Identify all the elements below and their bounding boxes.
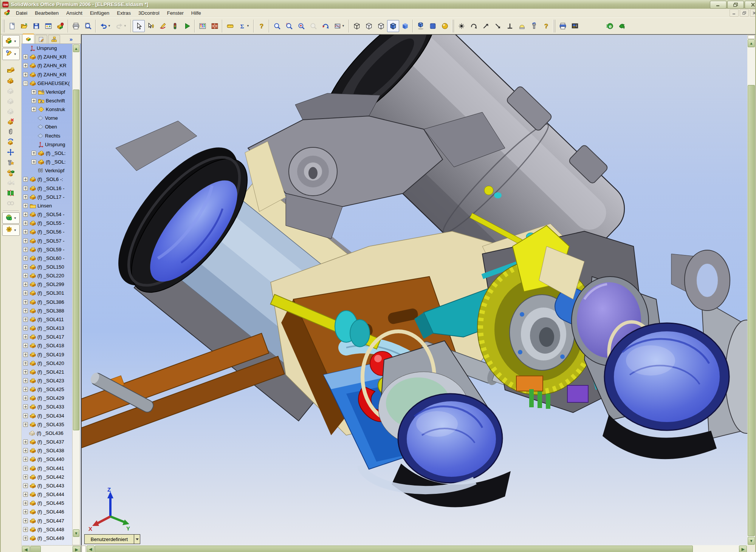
tree-expander-collapsed[interactable]: [23, 282, 28, 287]
tree-item[interactable]: Vorne: [22, 114, 72, 122]
tree-expander-collapsed[interactable]: [23, 291, 28, 295]
tree-expander-collapsed[interactable]: [23, 536, 28, 541]
tree-item[interactable]: (f) _SOL57 -: [22, 236, 72, 245]
mate-button[interactable]: [2, 127, 19, 138]
tree-item[interactable]: (f) _SOL299: [22, 280, 72, 289]
restore-button[interactable]: [727, 1, 744, 9]
tree-item[interactable]: Linsen: [22, 201, 72, 210]
smart-fasteners-button[interactable]: [2, 158, 19, 168]
shaded-button[interactable]: [399, 20, 411, 32]
tree-item[interactable]: (f) _SOL301: [22, 289, 72, 297]
tree-item[interactable]: (f) _SOL429: [22, 394, 72, 402]
tree-item[interactable]: (f) _SOL449: [22, 534, 72, 543]
tree-vertical-scrollbar[interactable]: ▲ ▼: [72, 44, 80, 545]
title-bar[interactable]: SW SolidWorks Office Premium 2006 - [ELP…: [1, 0, 755, 9]
mate-perpendicular-button[interactable]: [504, 20, 516, 32]
tree-expander-collapsed[interactable]: [23, 483, 28, 488]
move-arrow-ne-button[interactable]: [480, 20, 492, 32]
measure-button[interactable]: [224, 20, 236, 32]
tree-item[interactable]: Ursprung: [22, 140, 72, 149]
insert-component-button[interactable]: [2, 66, 19, 76]
apply-appearance-button[interactable]: [427, 20, 439, 32]
viewport-scroll-left-button[interactable]: ◀: [87, 546, 94, 552]
tree-expander-collapsed[interactable]: [23, 448, 28, 453]
print-preview-button[interactable]: [82, 20, 94, 32]
rotate-view-button[interactable]: [319, 20, 332, 32]
zoom-in-out-button[interactable]: [295, 20, 307, 32]
tree-item[interactable]: Verknüpf: [22, 166, 72, 175]
tree-expander-collapsed[interactable]: [31, 151, 36, 156]
tree-item[interactable]: (f) _SOL55 -: [22, 219, 72, 227]
tree-item[interactable]: Verknüpf: [22, 88, 72, 96]
viewport-vscroll-thumb[interactable]: [748, 85, 755, 536]
section-view-button[interactable]: ▼: [332, 20, 347, 32]
tree-expander-collapsed[interactable]: [23, 308, 28, 313]
menu-item-3dcontrol[interactable]: 3Dcontrol: [135, 9, 163, 17]
tree-item[interactable]: (f) _SOL425: [22, 385, 72, 394]
menu-item-bearbeiten[interactable]: Bearbeiten: [31, 9, 62, 17]
tree-item[interactable]: (f) ZAHN_KR: [22, 53, 72, 61]
tree-expander-collapsed[interactable]: [23, 300, 28, 305]
view-orientation-combo[interactable]: Benutzerdefiniert: [84, 534, 140, 544]
tree-expander-collapsed[interactable]: [23, 343, 28, 348]
tree-expander-collapsed[interactable]: [23, 186, 28, 191]
hidden-lines-visible-button[interactable]: [363, 20, 375, 32]
menu-item-datei[interactable]: Datei: [12, 9, 31, 17]
rotate-component-view-button[interactable]: [468, 20, 480, 32]
tree-item[interactable]: (f) _SOL434: [22, 411, 72, 420]
tree-expander-collapsed[interactable]: [23, 387, 28, 392]
tree-item[interactable]: (f) _SOL411: [22, 315, 72, 324]
tree-expander-collapsed[interactable]: [23, 509, 28, 514]
tree-item[interactable]: (f) _SOL59 -: [22, 245, 72, 254]
tree-item[interactable]: (f) _SOL388: [22, 306, 72, 315]
tree-expander-collapsed[interactable]: [23, 413, 28, 418]
graphics-viewport[interactable]: Z X Y Benutzerdefiniert: [81, 34, 747, 545]
tree-item[interactable]: (f) _SOL440: [22, 455, 72, 464]
tree-scroll-down-button[interactable]: ▼: [73, 529, 79, 537]
tree-item[interactable]: (f) _SOL423: [22, 376, 72, 385]
make-smart-component-button[interactable]: [2, 76, 19, 87]
tree-item[interactable]: (f) _SOL444: [22, 490, 72, 499]
tree-expander-expanded[interactable]: [23, 81, 28, 86]
run-macro-button[interactable]: [181, 20, 193, 32]
tree-expander-collapsed[interactable]: [23, 378, 28, 383]
tree-expander-collapsed[interactable]: [23, 273, 28, 278]
tree-item[interactable]: (f) _SOL438: [22, 446, 72, 455]
toolbox-flyout-dropdown-arrow[interactable]: ▼: [14, 229, 17, 232]
tree-item[interactable]: (f) _SOL54 -: [22, 210, 72, 219]
edit-color-button[interactable]: [197, 20, 209, 32]
tab-featuremanager-design-tree[interactable]: [22, 34, 34, 43]
tree-item[interactable]: Ursprung: [22, 44, 72, 53]
tree-item[interactable]: (f) _SOL413: [22, 324, 72, 332]
viewport-vertical-scrollbar[interactable]: ▲ ▼: [747, 34, 755, 545]
edrawings-viewer-button[interactable]: [569, 20, 581, 32]
tree-item[interactable]: (f) _SOL433: [22, 402, 72, 411]
rebuild-button[interactable]: [169, 20, 181, 32]
solidworks-online-button[interactable]: [616, 20, 628, 32]
tree-scroll-thumb[interactable]: [73, 90, 79, 430]
tree-expander-collapsed[interactable]: [23, 501, 28, 506]
tree-horizontal-scrollbar[interactable]: ◀ ▶: [22, 545, 81, 552]
tree-item[interactable]: (f) _SOL:: [22, 158, 72, 166]
view-orientation-dropdown-arrow[interactable]: [134, 535, 140, 544]
zoom-to-fit-button[interactable]: [271, 20, 283, 32]
tree-expander-collapsed[interactable]: [23, 264, 28, 269]
wireframe-button[interactable]: [351, 20, 363, 32]
tree-expander-collapsed[interactable]: [23, 247, 28, 252]
shadows-in-shaded-button[interactable]: [415, 20, 427, 32]
tree-expander-collapsed[interactable]: [23, 457, 28, 462]
shaded-with-edges-button[interactable]: [387, 20, 399, 32]
tree-expander-collapsed[interactable]: [23, 212, 28, 217]
redo-dropdown-arrow[interactable]: ▼: [124, 24, 127, 28]
tree-item[interactable]: (f) _SOL447: [22, 516, 72, 525]
tree-item[interactable]: (f) ZAHN_KR: [22, 61, 72, 70]
tree-expander-collapsed[interactable]: [23, 527, 28, 532]
tree-item[interactable]: (f) _SOL418: [22, 341, 72, 350]
viewport-scroll-down-button[interactable]: ▼: [748, 537, 755, 545]
tree-expander-collapsed[interactable]: [23, 317, 28, 322]
document-properties-button[interactable]: [42, 20, 54, 32]
tree-item[interactable]: (f) _SOL420: [22, 359, 72, 368]
mdi-minimize-button[interactable]: [730, 9, 739, 17]
tree-item[interactable]: (f) _SOL445: [22, 499, 72, 507]
menu-item-extras[interactable]: Extras: [113, 9, 135, 17]
